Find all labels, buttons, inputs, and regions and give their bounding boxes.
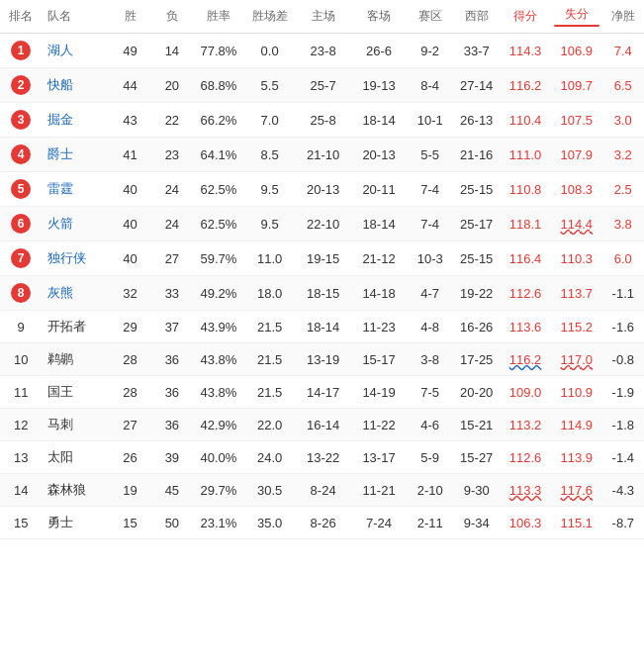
cell-opp: 109.7	[551, 68, 602, 103]
table-row: 15勇士155023.1%35.08-267-242-119-34106.311…	[0, 507, 644, 539]
header-loss: 负	[151, 0, 193, 34]
rank-badge: 7	[11, 248, 31, 268]
cell-net: -1.4	[602, 441, 644, 474]
cell-loss: 50	[151, 507, 193, 539]
cell-rank: 1	[0, 34, 42, 68]
cell-win: 32	[109, 276, 150, 311]
rank-number: 15	[14, 516, 28, 530]
table-row: 11国王283643.8%21.514-1714-197-520-20109.0…	[0, 376, 644, 409]
cell-net: -1.9	[602, 376, 644, 409]
cell-team-name: 灰熊	[42, 276, 109, 311]
cell-div: 5-9	[407, 441, 453, 474]
table-body: 1湖人491477.8%0.023-826-69-233-7114.3106.9…	[0, 34, 644, 539]
cell-home: 20-13	[295, 172, 350, 207]
cell-loss: 20	[151, 68, 193, 103]
cell-west: 25-17	[453, 207, 500, 241]
cell-opp: 110.9	[551, 376, 602, 409]
header-name: 队名	[42, 0, 109, 34]
cell-win: 26	[109, 441, 150, 474]
cell-away: 11-22	[351, 409, 407, 441]
header-diff: 胜场差	[244, 0, 296, 34]
cell-div: 2-10	[407, 474, 453, 507]
cell-div: 9-2	[407, 34, 453, 68]
cell-pts: 116.2	[500, 343, 551, 376]
cell-west: 33-7	[453, 34, 500, 68]
rank-badge: 5	[11, 179, 31, 199]
cell-rank: 2	[0, 68, 42, 103]
cell-team-name: 马刺	[42, 409, 109, 441]
cell-team-name: 爵士	[42, 138, 109, 172]
pts-value: 116.2	[509, 352, 542, 367]
rank-number: 13	[14, 450, 28, 465]
cell-diff: 11.0	[244, 241, 296, 276]
cell-team-name: 国王	[42, 376, 109, 409]
opp-value: 117.6	[561, 483, 594, 498]
cell-away: 21-12	[351, 241, 407, 276]
header-pts: 得分	[500, 0, 551, 34]
cell-pts: 116.4	[500, 241, 551, 276]
rank-number: 14	[14, 483, 28, 498]
rank-number: 11	[14, 385, 28, 400]
cell-rank: 13	[0, 441, 42, 474]
cell-west: 9-34	[453, 507, 500, 539]
rank-number: 10	[14, 352, 28, 367]
pts-value: 113.3	[509, 483, 542, 498]
cell-opp: 115.2	[551, 311, 602, 343]
table-row: 7独行侠402759.7%11.019-1521-1210-325-15116.…	[0, 241, 644, 276]
cell-home: 18-15	[295, 276, 350, 311]
cell-win: 44	[109, 68, 150, 103]
cell-pts: 113.2	[500, 409, 551, 441]
cell-pct: 23.1%	[193, 507, 244, 539]
cell-opp: 115.1	[551, 507, 602, 539]
cell-loss: 24	[151, 172, 193, 207]
cell-pts: 106.3	[500, 507, 551, 539]
cell-away: 18-14	[351, 103, 407, 138]
cell-team-name: 勇士	[42, 507, 109, 539]
cell-away: 18-14	[351, 207, 407, 241]
cell-west: 15-27	[453, 441, 500, 474]
cell-loss: 36	[151, 343, 193, 376]
cell-rank: 5	[0, 172, 42, 207]
cell-home: 8-24	[295, 474, 350, 507]
opp-value: 117.0	[561, 352, 594, 367]
cell-net: 6.0	[602, 241, 644, 276]
cell-pts: 113.6	[500, 311, 551, 343]
cell-win: 15	[109, 507, 150, 539]
cell-rank: 15	[0, 507, 42, 539]
cell-loss: 36	[151, 376, 193, 409]
cell-team-name: 太阳	[42, 441, 109, 474]
cell-loss: 23	[151, 138, 193, 172]
cell-opp: 107.9	[551, 138, 602, 172]
cell-team-name: 独行侠	[42, 241, 109, 276]
cell-west: 9-30	[453, 474, 500, 507]
opp-value: 114.4	[561, 217, 594, 232]
cell-pct: 43.8%	[193, 376, 244, 409]
cell-home: 19-15	[295, 241, 350, 276]
cell-team-name: 鹈鹕	[42, 343, 109, 376]
cell-pct: 42.9%	[193, 409, 244, 441]
header-west: 西部	[453, 0, 500, 34]
cell-home: 21-10	[295, 138, 350, 172]
cell-net: 6.5	[602, 68, 644, 103]
cell-pts: 109.0	[500, 376, 551, 409]
cell-rank: 14	[0, 474, 42, 507]
cell-team-name: 森林狼	[42, 474, 109, 507]
cell-win: 40	[109, 207, 150, 241]
cell-pct: 59.7%	[193, 241, 244, 276]
table-row: 12马刺273642.9%22.016-1411-224-615-21113.2…	[0, 409, 644, 441]
cell-away: 19-13	[351, 68, 407, 103]
cell-pct: 43.8%	[193, 343, 244, 376]
cell-rank: 12	[0, 409, 42, 441]
cell-div: 5-5	[407, 138, 453, 172]
cell-opp: 114.9	[551, 409, 602, 441]
cell-west: 25-15	[453, 172, 500, 207]
rank-badge: 6	[11, 214, 31, 234]
cell-diff: 21.5	[244, 343, 296, 376]
cell-opp: 107.5	[551, 103, 602, 138]
cell-win: 28	[109, 343, 150, 376]
cell-pts: 110.8	[500, 172, 551, 207]
cell-rank: 4	[0, 138, 42, 172]
cell-pts: 116.2	[500, 68, 551, 103]
cell-win: 19	[109, 474, 150, 507]
table-row: 1湖人491477.8%0.023-826-69-233-7114.3106.9…	[0, 34, 644, 68]
